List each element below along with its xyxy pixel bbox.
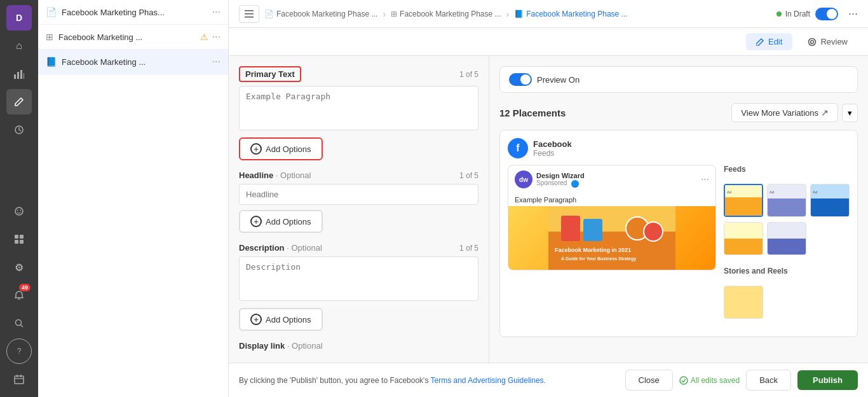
thumbnail-4-image [724, 223, 763, 254]
placement-two-col: dw Design Wizard Sponsored 🌐 ··· [508, 165, 850, 319]
svg-rect-44 [724, 286, 763, 318]
headline-counter: 1 of 5 [459, 171, 478, 180]
thumb-row-2 [724, 222, 850, 255]
sidebar-item-edit[interactable] [6, 89, 32, 115]
thumbnail-3[interactable]: Ad [810, 184, 850, 217]
nav-item-1-more[interactable]: ··· [212, 6, 220, 18]
svg-rect-18 [245, 10, 254, 11]
breadcrumb-item-1[interactable]: 📄 Facebook Marketing Phase ... [264, 10, 377, 18]
publish-button[interactable]: Publish [797, 370, 858, 390]
placements-chevron-button[interactable]: ▾ [842, 104, 858, 122]
svg-rect-38 [811, 198, 849, 216]
svg-point-6 [17, 210, 18, 211]
feeds-thumbnail-label: Feeds [724, 165, 850, 174]
description-counter: 1 of 5 [459, 244, 478, 253]
primary-text-add-options-button[interactable]: + Add Options [239, 137, 323, 160]
sidebar-item-analytics[interactable] [6, 61, 32, 87]
feeds-label: Feeds [533, 149, 572, 158]
svg-rect-35 [768, 198, 806, 216]
edit-button[interactable]: Edit [746, 33, 792, 50]
view-more-variations-button[interactable]: View More Variations ↗ [731, 103, 838, 122]
breadcrumb-bar: 📄 Facebook Marketing Phase ... › ⊞ Faceb… [229, 0, 868, 28]
primary-text-add-options-label: Add Options [266, 144, 311, 154]
display-link-optional: · Optional [287, 341, 323, 351]
nav-item-2-more[interactable]: ··· [212, 31, 220, 43]
thumbnail-2[interactable]: Ad [767, 184, 806, 217]
external-link-icon: ↗ [821, 108, 829, 118]
chevron-down-icon: ▾ [848, 108, 852, 118]
headline-add-options-label: Add Options [266, 217, 311, 226]
headline-add-options-button[interactable]: + Add Options [239, 210, 323, 233]
preview-toggle-label: Preview On [537, 75, 580, 85]
close-button[interactable]: Close [625, 370, 673, 391]
sidebar-item-help[interactable]: ? [6, 338, 32, 364]
svg-rect-9 [20, 235, 24, 239]
stories-label: Stories and Reels [724, 267, 850, 275]
thumbnail-1[interactable]: Ad [724, 184, 763, 217]
status-badge: In Draft [776, 10, 810, 18]
sidebar-item-smiley[interactable] [6, 198, 32, 224]
svg-rect-10 [15, 240, 18, 244]
nav-item-2-warning-icon: ⚠ [200, 32, 208, 42]
description-add-options-label: Add Options [266, 315, 311, 324]
terms-link[interactable]: Terms and Advertising Guidelines. [431, 376, 546, 385]
ad-meta: Design Wizard Sponsored 🌐 [536, 172, 585, 188]
sponsored-globe-icon: 🌐 [571, 180, 579, 188]
svg-text:Ad: Ad [727, 190, 731, 194]
svg-rect-1 [17, 72, 19, 79]
primary-text-section: Primary Text 1 of 5 + Add Options [239, 66, 478, 160]
breadcrumb-item-2[interactable]: ⊞ Facebook Marketing Phase ... [391, 10, 501, 18]
ad-more-button[interactable]: ··· [701, 174, 709, 185]
description-plus-icon: + [250, 314, 262, 325]
user-avatar[interactable]: D [6, 5, 32, 31]
svg-text:A Guide for Your Business Stra: A Guide for Your Business Strategy [561, 256, 636, 261]
primary-text-plus-icon: + [250, 143, 262, 155]
description-label-row: Description · Optional 1 of 5 [239, 243, 478, 253]
svg-point-28 [644, 222, 663, 241]
description-input[interactable] [239, 256, 478, 301]
sidebar-item-grid[interactable] [6, 226, 32, 252]
bottom-bar-text: By clicking the 'Publish' button, you ag… [239, 376, 618, 385]
ad-sponsored: Sponsored 🌐 [536, 179, 585, 188]
nav-item-3[interactable]: 📘 Facebook Marketing ... ··· [38, 50, 228, 74]
breadcrumb-more-button[interactable]: ··· [848, 7, 858, 20]
placements-header: 12 Placements View More Variations ↗ ▾ [499, 103, 858, 122]
sidebar-item-home[interactable]: ⌂ [6, 33, 32, 59]
sidebar-item-search[interactable] [6, 310, 32, 336]
sidebar-item-history[interactable] [6, 117, 32, 143]
svg-rect-11 [20, 240, 24, 244]
display-link-label: Display link · Optional [239, 341, 323, 351]
placements-count: 12 Placements [499, 108, 566, 118]
draft-toggle-switch[interactable] [815, 8, 838, 20]
main-area: 📄 Facebook Marketing Phase ... › ⊞ Faceb… [229, 0, 868, 397]
sidebar-toggle-button[interactable] [239, 5, 259, 23]
nav-item-2-actions: ⚠ ··· [200, 31, 220, 43]
description-add-options-button[interactable]: + Add Options [239, 308, 323, 331]
preview-toggle: Preview On [509, 73, 580, 86]
back-button[interactable]: Back [746, 370, 791, 391]
sidebar-item-settings[interactable]: ⚙ [6, 254, 32, 280]
display-link-label-row: Display link · Optional [239, 341, 478, 351]
sidebar-item-notifications[interactable]: 49 [6, 282, 32, 308]
ad-preview-image: Facebook Marketing in 2021 A Guide for Y… [508, 206, 715, 270]
primary-text-input[interactable] [239, 86, 478, 130]
nav-item-2[interactable]: ⊞ Facebook Marketing ... ⚠ ··· [38, 25, 228, 50]
review-button[interactable]: Review [797, 33, 858, 50]
facebook-platform: f Facebook Feeds [508, 138, 850, 158]
preview-toggle-switch[interactable] [509, 73, 532, 86]
breadcrumb-item-3[interactable]: 📘 Facebook Marketing Phase ... [514, 10, 627, 18]
nav-item-3-actions: ··· [212, 56, 220, 67]
breadcrumb-1-icon: 📄 [264, 10, 274, 18]
svg-rect-14 [15, 376, 24, 384]
headline-input[interactable] [239, 184, 478, 205]
thumbnail-5[interactable] [767, 222, 806, 255]
sidebar-item-calendar[interactable] [6, 366, 32, 392]
nav-item-3-more[interactable]: ··· [212, 56, 220, 67]
thumbnail-4[interactable] [724, 222, 763, 255]
breadcrumb-2-label: Facebook Marketing Phase ... [400, 10, 501, 18]
breadcrumb-2-icon: ⊞ [391, 10, 397, 18]
thumb-row-1: Ad Ad Ad [724, 184, 850, 217]
nav-item-1[interactable]: 📄 Facebook Marketing Phas... ··· [38, 0, 228, 25]
svg-rect-43 [768, 239, 806, 254]
story-thumbnail-1[interactable] [724, 286, 763, 319]
